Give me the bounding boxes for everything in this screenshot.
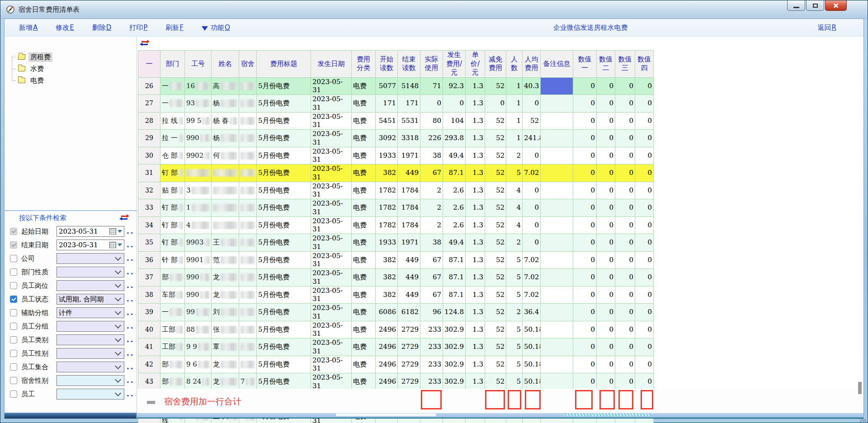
fee-category-cell[interactable]: 电费 — [352, 164, 376, 182]
start-reading-cell[interactable]: 5077 — [376, 77, 398, 95]
fee-category-cell[interactable]: 电费 — [352, 147, 376, 164]
per-person-fee-cell[interactable]: 40.3 — [523, 77, 541, 95]
people-count-cell[interactable]: 5 — [506, 164, 523, 182]
fee-category-cell[interactable]: 电费 — [352, 304, 376, 321]
start-reading-cell[interactable]: 5451 — [376, 112, 398, 130]
note-cell[interactable] — [541, 147, 573, 164]
employee-id-cell[interactable]: 99 — [185, 304, 212, 321]
emp-gender-checkbox[interactable] — [10, 350, 17, 357]
column-header-人均费用[interactable]: 人均费用 — [523, 51, 541, 78]
fee-title-cell[interactable]: 5月份电费 — [257, 338, 311, 356]
per-person-fee-cell[interactable]: 7.02 — [523, 286, 541, 304]
date-cell[interactable]: 2023-05-31 — [311, 338, 352, 356]
emp-status-checkbox[interactable] — [10, 296, 17, 303]
dorm-cell[interactable] — [239, 321, 257, 338]
end-reading-cell[interactable]: 449 — [398, 164, 420, 182]
company-checkbox[interactable] — [10, 255, 17, 262]
vertical-scrollbar-thumb[interactable] — [858, 382, 862, 394]
start-reading-cell[interactable]: 1782 — [376, 199, 398, 217]
fee-amount-cell[interactable]: 104 — [443, 112, 466, 130]
value2-cell[interactable]: 0 — [597, 147, 615, 164]
reduction-cell[interactable]: 52 — [485, 234, 506, 252]
value2-cell[interactable]: 0 — [597, 182, 615, 199]
people-count-cell[interactable]: 1 — [506, 112, 523, 130]
value4-cell[interactable]: 0 — [635, 269, 654, 287]
fee-title-cell[interactable]: 5月份电费 — [257, 304, 311, 321]
reduction-cell[interactable]: 52 — [485, 373, 506, 391]
fee-title-cell[interactable]: 5月份电费 — [257, 216, 311, 234]
table-row-36[interactable]: 36针 部9901范5月份电费2023-05-31电费3824496787.11… — [138, 251, 654, 269]
fee-category-cell[interactable]: 电费 — [352, 356, 376, 373]
value4-cell[interactable]: 0 — [635, 286, 654, 304]
unit-price-cell[interactable]: 1.3 — [466, 373, 485, 391]
value4-cell[interactable]: 0 — [635, 304, 654, 321]
reduction-cell[interactable]: 52 — [485, 216, 506, 234]
start-reading-cell[interactable]: 3092 — [376, 130, 398, 147]
reduction-cell[interactable]: 52 — [485, 286, 506, 304]
dorm-cell[interactable] — [239, 164, 257, 182]
start-reading-cell[interactable]: 1782 — [376, 182, 398, 199]
row-number-cell[interactable]: 33 — [138, 199, 160, 217]
row-number-cell[interactable]: 30 — [138, 147, 160, 164]
employee-id-cell[interactable]: 990 — [185, 130, 212, 147]
dept-cell[interactable]: 拉 一 — [160, 130, 185, 147]
note-cell[interactable] — [541, 251, 573, 269]
fee-amount-cell[interactable]: 302.9 — [443, 356, 466, 373]
start-reading-cell[interactable]: 2496 — [376, 356, 398, 373]
value4-cell[interactable]: 0 — [635, 338, 654, 356]
people-count-cell[interactable]: 5 — [506, 373, 523, 391]
value1-cell[interactable]: 0 — [573, 356, 597, 373]
date-cell[interactable]: 2023-05-31 — [311, 373, 352, 391]
dept-cell[interactable]: 贴 部 — [160, 182, 185, 199]
fee-title-cell[interactable]: 5月份电费 — [257, 77, 311, 95]
company-more-button[interactable]: .. — [127, 254, 134, 263]
toolbar-refresh-button[interactable]: 刷新F — [165, 24, 184, 32]
per-person-fee-cell[interactable]: 0 — [523, 95, 541, 113]
unit-price-cell[interactable]: 1.3 — [466, 95, 485, 113]
note-cell[interactable] — [541, 234, 573, 252]
emp-post-combobox[interactable] — [57, 280, 124, 291]
dorm-cell[interactable] — [239, 304, 257, 321]
actual-usage-cell[interactable]: 67 — [420, 269, 443, 287]
start-reading-cell[interactable]: 1933 — [376, 147, 398, 164]
value3-cell[interactable]: 0 — [615, 147, 635, 164]
value1-cell[interactable]: 0 — [573, 234, 597, 252]
dept-cell[interactable]: 车部 — [160, 286, 185, 304]
note-cell[interactable] — [541, 373, 573, 391]
row-number-cell[interactable]: 38 — [138, 286, 160, 304]
value1-cell[interactable]: 0 — [573, 216, 597, 234]
start-reading-cell[interactable]: 1933 — [376, 234, 398, 252]
people-count-cell[interactable]: 5 — [506, 338, 523, 356]
column-header-人数[interactable]: 人数 — [506, 51, 523, 78]
per-person-fee-cell[interactable]: 36.4 — [523, 304, 541, 321]
maximize-button[interactable] — [806, 0, 824, 11]
start-date-more-button[interactable]: .. — [127, 227, 134, 235]
employee-id-cell[interactable]: 9901 — [185, 251, 212, 269]
fee-title-cell[interactable]: 5月份电费 — [257, 269, 311, 287]
toolbar-delete-button[interactable]: 删除D — [92, 24, 112, 32]
fee-category-cell[interactable]: 电费 — [352, 338, 376, 356]
column-header-宿舍[interactable]: 宿舍 — [239, 51, 257, 78]
employee-id-cell[interactable]: 1 — [185, 199, 212, 217]
people-count-cell[interactable]: 4 — [506, 182, 523, 199]
dept-cell[interactable]: 一 — [160, 77, 185, 95]
column-header-开始读数[interactable]: 开始读数 — [376, 51, 398, 78]
unit-price-cell[interactable]: 1.3 — [466, 77, 485, 95]
start-reading-cell[interactable]: 382 — [376, 251, 398, 269]
value3-cell[interactable]: 0 — [615, 251, 635, 269]
value2-cell[interactable]: 0 — [597, 373, 615, 391]
fee-amount-cell[interactable]: 124.8 — [443, 304, 466, 321]
value3-cell[interactable]: 0 — [615, 304, 635, 321]
fee-category-cell[interactable]: 电费 — [352, 373, 376, 391]
end-reading-cell[interactable]: 2729 — [398, 356, 420, 373]
date-cell[interactable]: 2023-05-31 — [311, 304, 352, 321]
name-cell[interactable]: 龙 — [212, 356, 239, 373]
name-cell[interactable]: 何 — [212, 147, 239, 164]
per-person-fee-cell[interactable]: 0 — [523, 147, 541, 164]
name-cell[interactable] — [212, 182, 239, 199]
fee-amount-cell[interactable]: 87.1 — [443, 251, 466, 269]
toolbar-print-button[interactable]: 打印P — [129, 24, 147, 32]
actual-usage-cell[interactable]: 67 — [420, 251, 443, 269]
name-cell[interactable]: 刘 — [212, 304, 239, 321]
row-number-cell[interactable]: 26 — [138, 77, 160, 95]
